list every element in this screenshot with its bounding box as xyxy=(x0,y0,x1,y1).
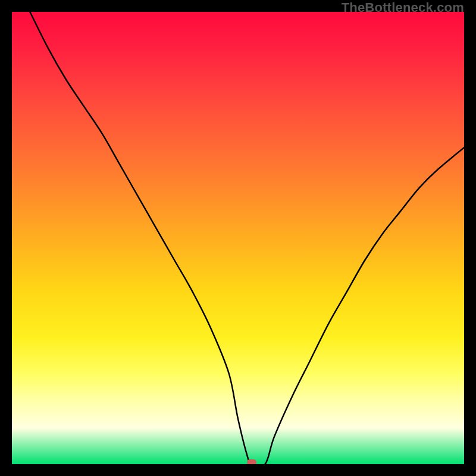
min-point-marker xyxy=(247,459,256,464)
bottleneck-curve xyxy=(12,12,464,464)
watermark-text: TheBottleneck.com xyxy=(342,0,464,15)
plot-area xyxy=(12,12,464,464)
chart-frame: TheBottleneck.com xyxy=(0,0,476,476)
